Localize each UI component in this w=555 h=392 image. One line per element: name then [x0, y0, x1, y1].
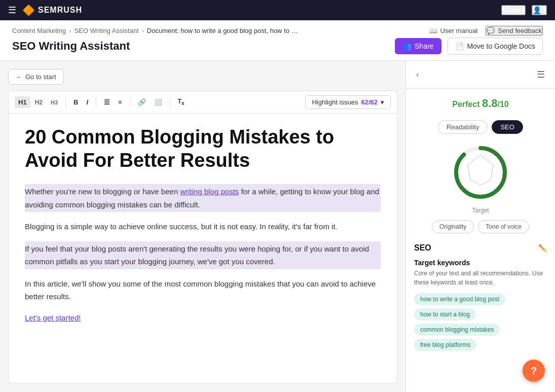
image-button[interactable]: ⬜ — [151, 96, 166, 108]
score-chart — [414, 142, 547, 203]
tab-seo[interactable]: SEO — [492, 120, 523, 134]
tab-originality[interactable]: Originality — [432, 220, 474, 233]
send-feedback-button[interactable]: 💬 Send feedback — [486, 26, 543, 35]
semrush-logo-icon: 🔶 — [22, 4, 35, 16]
semrush-logo-text: SEMRUSH — [38, 6, 82, 15]
circular-chart-svg — [450, 142, 511, 203]
metric-tabs: Originality Tone of voice — [414, 220, 547, 233]
tab-tone-of-voice[interactable]: Tone of voice — [478, 220, 529, 233]
keyword-tag-1[interactable]: how to write a good blog post — [414, 293, 505, 305]
breadcrumb-document: Document: how to write a good blog post,… — [147, 27, 299, 34]
score-label: Perfect 8.8/10 — [414, 97, 547, 110]
panel-collapse-button[interactable]: ‹ — [414, 68, 421, 81]
go-to-start-button[interactable]: ← Go to start — [8, 69, 64, 85]
unordered-list-button[interactable]: ≡ — [115, 96, 126, 108]
heading2-button[interactable]: H2 — [31, 97, 46, 108]
editor-toolbar: H1 H2 H3 B I ☰ ≡ 🔗 ⬜ — [9, 91, 397, 114]
target-keywords-description: Core of your text and all recommendation… — [414, 269, 547, 287]
toolbar-separator — [96, 97, 96, 108]
editor-panel: ← Go to start H1 H2 H3 B I ☰ ≡ — [0, 61, 405, 392]
menu-button[interactable]: Menu ▾ — [501, 5, 526, 15]
hamburger-icon[interactable]: ☰ — [8, 5, 16, 16]
help-button[interactable]: ? — [523, 360, 545, 382]
score-denominator: /10 — [498, 100, 509, 109]
highlight-issues-button[interactable]: Highlight issues 62/62 ▾ — [305, 95, 391, 109]
italic-button[interactable]: I — [83, 96, 92, 108]
keyword-tags: how to write a good blog post how to sta… — [414, 293, 547, 351]
panel-controls: ‹ ☰ — [406, 61, 555, 89]
lets-get-started-link[interactable]: Let's get started! — [25, 313, 81, 322]
editor-content[interactable]: 20 Common Blogging Mistakes to Avoid For… — [9, 114, 397, 383]
user-menu-button[interactable]: 👤 ▾ — [532, 5, 547, 15]
keyword-tag-4[interactable]: free blog platforms — [414, 339, 476, 351]
page-title-row: SEO Writing Assistant 👥 Share 📄 Move to … — [12, 38, 543, 55]
score-number: 8.8 — [482, 97, 498, 110]
seo-section: SEO ✏️ Target keywords Core of your text… — [414, 243, 547, 351]
bold-button[interactable]: B — [70, 96, 82, 108]
breadcrumb-content-marketing[interactable]: Content Marketing — [12, 27, 66, 34]
score-section: Perfect 8.8/10 — [414, 97, 547, 110]
chevron-down-icon: ▾ — [522, 8, 525, 13]
ordered-list-button[interactable]: ☰ — [100, 96, 114, 108]
writing-blog-posts-link[interactable]: writing blog posts — [180, 187, 239, 196]
book-icon: 📖 — [429, 27, 437, 34]
keyword-tag-2[interactable]: how to start a blog — [414, 308, 476, 320]
chevron-down-icon: ▾ — [543, 8, 546, 13]
second-paragraph: Blogging is a simple way to achieve onli… — [25, 220, 381, 233]
arrow-left-icon: ← — [16, 73, 22, 81]
seo-header: SEO ✏️ — [414, 243, 547, 253]
score-tabs: Readability SEO — [414, 120, 547, 134]
move-to-google-docs-button[interactable]: 📄 Move to Google Docs — [448, 38, 543, 55]
breadcrumb-separator: › — [142, 27, 144, 34]
sub-header: Content Marketing › SEO Writing Assistan… — [0, 20, 555, 61]
edit-icon[interactable]: ✏️ — [538, 244, 547, 252]
keyword-tag-3[interactable]: common blogging mistakes — [414, 324, 500, 336]
target-label: Target — [414, 207, 547, 214]
clear-formatting-button[interactable]: Tx — [174, 96, 188, 108]
target-keywords-label: Target keywords — [414, 259, 547, 267]
user-manual-button[interactable]: 📖 User manual — [429, 27, 478, 34]
tab-readability[interactable]: Readability — [438, 120, 488, 134]
svg-marker-2 — [468, 155, 493, 185]
right-panel: ‹ ☰ Perfect 8.8/10 Readability SEO — [405, 61, 555, 392]
intro-paragraph-highlighted: Whether you're new to blogging or have b… — [25, 184, 381, 212]
top-navigation: ☰ 🔶 SEMRUSH Menu ▾ 👤 ▾ — [0, 0, 555, 20]
link-button[interactable]: 🔗 — [134, 96, 150, 108]
docs-icon: 📄 — [455, 42, 464, 50]
feedback-icon: 💬 — [487, 27, 495, 34]
third-paragraph-highlighted: If you feel that your blog posts aren't … — [25, 241, 381, 269]
panel-menu-button[interactable]: ☰ — [535, 67, 547, 82]
panel-content: Perfect 8.8/10 Readability SEO — [406, 89, 555, 392]
fourth-paragraph: In this article, we'll show you some of … — [25, 277, 381, 303]
toolbar-separator — [130, 97, 130, 108]
breadcrumb-separator: › — [69, 27, 71, 34]
seo-section-title: SEO — [414, 243, 431, 253]
heading3-button[interactable]: H3 — [47, 97, 61, 108]
svg-point-1 — [456, 148, 505, 197]
lets-get-started: Let's get started! — [25, 311, 381, 325]
chevron-down-icon: ▾ — [381, 98, 384, 106]
content-area: ← Go to start H1 H2 H3 B I ☰ ≡ — [0, 61, 555, 392]
breadcrumb: Content Marketing › SEO Writing Assistan… — [12, 26, 543, 35]
share-button[interactable]: 👥 Share — [395, 38, 441, 54]
heading1-button[interactable]: H1 — [15, 96, 30, 108]
page-title: SEO Writing Assistant — [12, 40, 130, 53]
editor-container: H1 H2 H3 B I ☰ ≡ 🔗 ⬜ — [8, 91, 397, 384]
article-title: 20 Common Blogging Mistakes to Avoid For… — [25, 126, 381, 172]
toolbar-separator — [170, 97, 170, 108]
share-icon: 👥 — [403, 42, 412, 50]
semrush-logo[interactable]: 🔶 SEMRUSH — [22, 4, 82, 16]
toolbar-separator — [65, 97, 66, 108]
user-icon: 👤 — [533, 6, 541, 14]
breadcrumb-seo-writing-assistant[interactable]: SEO Writing Assistant — [75, 27, 139, 34]
